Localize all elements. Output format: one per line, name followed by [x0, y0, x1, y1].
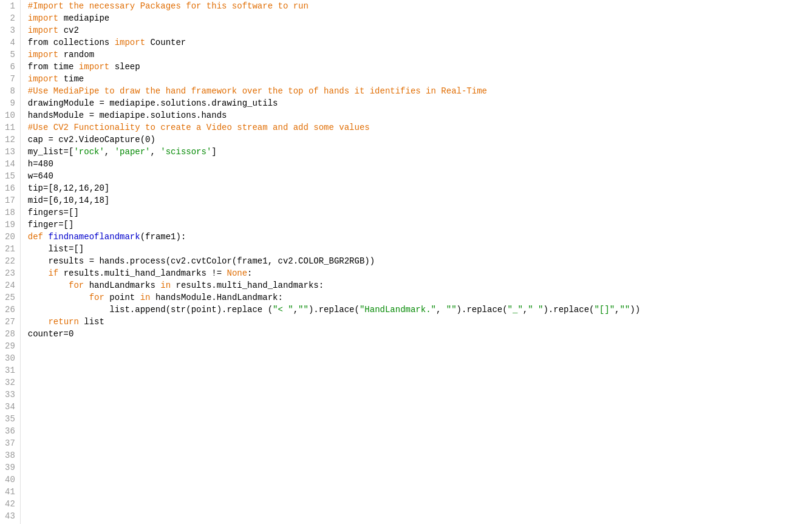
- line-number: 15: [5, 170, 15, 182]
- token-normal: random: [58, 50, 94, 60]
- line-number: 11: [5, 121, 15, 134]
- line-number: 13: [5, 146, 15, 158]
- token-normal: results = hands.process(cv2.cvtColor(fra…: [28, 256, 375, 266]
- token-normal: results.multi_hand_landmarks !=: [58, 268, 227, 278]
- token-string: "_": [508, 305, 523, 315]
- token-normal: ).replace(: [543, 305, 594, 315]
- code-line: w=640: [28, 170, 812, 182]
- token-normal: list=[]: [28, 244, 84, 254]
- token-keyword: import: [79, 62, 109, 72]
- token-normal: tip=[8,12,16,20]: [28, 183, 109, 193]
- line-number: 41: [5, 486, 15, 498]
- token-normal: ,: [104, 147, 115, 157]
- line-number: 22: [5, 255, 15, 267]
- code-line: drawingModule = mediapipe.solutions.draw…: [28, 97, 812, 109]
- line-number: 24: [5, 279, 15, 291]
- code-line: results = hands.process(cv2.cvtColor(fra…: [28, 255, 812, 267]
- token-normal: my_list=[: [28, 147, 74, 157]
- code-line: mid=[6,10,14,18]: [28, 194, 812, 206]
- line-number: 20: [5, 231, 15, 243]
- token-normal: handLandmarks: [84, 281, 160, 290]
- code-line: counter=0: [28, 328, 812, 340]
- code-editor: 1234567891011121314151617181920212223242…: [0, 0, 812, 524]
- token-string: "": [446, 305, 457, 315]
- line-number: 25: [5, 291, 15, 304]
- token-normal: list.append(str(point).replace (: [28, 305, 273, 315]
- code-line: finger=[]: [28, 219, 812, 231]
- line-number: 18: [5, 206, 15, 219]
- code-line: handsModule = mediapipe.solutions.hands: [28, 109, 812, 121]
- token-normal: [28, 268, 49, 278]
- token-normal: ).replace(: [309, 305, 360, 315]
- token-normal: mediapipe: [58, 13, 109, 23]
- token-keyword: return: [48, 317, 78, 327]
- code-line: from time import sleep: [28, 61, 812, 73]
- token-normal: :: [247, 268, 252, 278]
- token-keyword: import: [28, 74, 58, 84]
- token-normal: ,: [436, 305, 446, 315]
- token-keyword: import: [115, 38, 145, 47]
- token-string: "": [619, 305, 630, 315]
- token-keyword: def: [28, 232, 43, 242]
- token-keyword: in: [140, 293, 151, 302]
- code-line: tip=[8,12,16,20]: [28, 182, 812, 194]
- token-normal: ]: [211, 147, 216, 157]
- line-number: 6: [5, 61, 15, 73]
- line-number: 32: [5, 376, 15, 389]
- token-keyword: for: [89, 293, 104, 302]
- line-number: 7: [5, 73, 15, 85]
- code-content[interactable]: #Import the necessary Packages for this …: [21, 0, 812, 524]
- code-line: import random: [28, 49, 812, 61]
- token-normal: Counter: [145, 38, 186, 47]
- token-normal: point: [104, 293, 140, 302]
- token-normal: [28, 293, 89, 302]
- token-normal: ,: [150, 147, 160, 157]
- token-normal: time: [58, 74, 84, 84]
- token-keyword: in: [160, 281, 171, 290]
- token-string: "[]": [594, 305, 615, 315]
- line-number: 27: [5, 316, 15, 328]
- token-string: "HandLandmark.": [360, 305, 436, 315]
- code-line: for point in handsModule.HandLandmark:: [28, 291, 812, 304]
- line-number: 35: [5, 413, 15, 425]
- token-normal: from time: [28, 62, 79, 72]
- line-number: 28: [5, 328, 15, 340]
- line-number: 1: [5, 0, 15, 12]
- token-string: 'paper': [115, 147, 151, 157]
- line-numbers: 1234567891011121314151617181920212223242…: [0, 0, 21, 524]
- line-number: 23: [5, 267, 15, 279]
- token-def: findnameoflandmark: [48, 232, 140, 242]
- line-number: 12: [5, 134, 15, 146]
- token-comment: #Use CV2 Functionality to create a Video…: [28, 123, 370, 132]
- code-line: if results.multi_hand_landmarks != None:: [28, 267, 812, 279]
- token-string: 'scissors': [160, 147, 211, 157]
- token-normal: ).replace(: [457, 305, 508, 315]
- token-normal: list: [79, 317, 104, 327]
- line-number: 2: [5, 12, 15, 24]
- token-normal: sleep: [109, 62, 140, 72]
- code-line: list=[]: [28, 243, 812, 255]
- line-number: 30: [5, 352, 15, 364]
- token-normal: counter=0: [28, 329, 74, 339]
- code-line: import mediapipe: [28, 12, 812, 24]
- token-normal: cv2: [58, 26, 79, 35]
- line-number: 21: [5, 243, 15, 255]
- line-number: 38: [5, 449, 15, 461]
- code-line: def findnameoflandmark(frame1):: [28, 231, 812, 243]
- line-number: 36: [5, 425, 15, 437]
- code-line: #Use MediaPipe to draw the hand framewor…: [28, 85, 812, 97]
- token-string: " ": [528, 305, 543, 315]
- line-number: 10: [5, 109, 15, 121]
- line-number: 14: [5, 158, 15, 170]
- token-keyword: import: [28, 13, 58, 23]
- line-number: 8: [5, 85, 15, 97]
- token-normal: )): [630, 305, 640, 315]
- code-line: from collections import Counter: [28, 36, 812, 49]
- token-normal: [28, 317, 49, 327]
- code-line: import cv2: [28, 24, 812, 36]
- line-number: 31: [5, 364, 15, 376]
- token-none: None: [227, 268, 247, 278]
- line-number: 37: [5, 437, 15, 449]
- token-normal: finger=[]: [28, 220, 74, 230]
- token-normal: (frame1):: [140, 232, 186, 242]
